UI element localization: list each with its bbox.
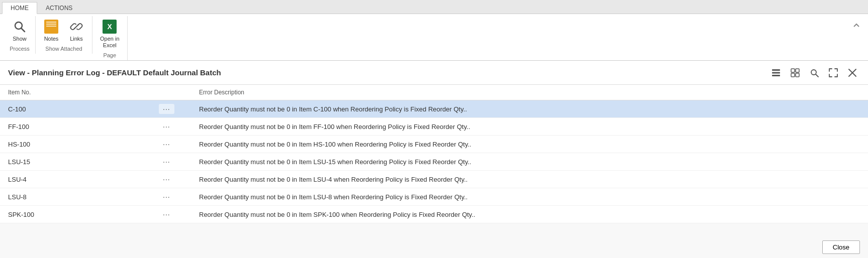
- ribbon-group-show-attached: Notes Links Show Attached: [36, 16, 92, 54]
- notes-icon: [43, 19, 59, 35]
- show-icon-svg: [13, 20, 27, 34]
- cell-dots[interactable]: ···: [151, 136, 191, 153]
- links-icon-svg: [69, 20, 83, 34]
- cell-item-no: SPK-100: [0, 206, 151, 223]
- svg-rect-5: [772, 75, 780, 76]
- table-header: Item No. Error Description: [0, 85, 868, 100]
- row-menu-dots[interactable]: ···: [159, 121, 174, 132]
- title-bar: View - Planning Error Log - DEFAULT Defa…: [0, 61, 868, 85]
- table-row[interactable]: FF-100···Reorder Quantity must not be 0 …: [0, 118, 868, 136]
- row-menu-dots[interactable]: ···: [159, 209, 174, 219]
- cell-item-no: LSU-15: [0, 153, 151, 171]
- ribbon-buttons-page: X Open in Excel: [97, 16, 123, 51]
- cell-error-description: Reorder Quantity must not be 0 in Item L…: [191, 153, 868, 171]
- page-title: View - Planning Error Log - DEFAULT Defa…: [8, 68, 221, 77]
- table-body: C-100···Reorder Quantity must not be 0 i…: [0, 100, 868, 223]
- cell-item-no: LSU-8: [0, 188, 151, 206]
- cell-item-no: FF-100: [0, 118, 151, 136]
- cell-dots[interactable]: ···: [151, 118, 191, 136]
- row-menu-dots[interactable]: ···: [159, 192, 174, 202]
- table-header-row: Item No. Error Description: [0, 85, 868, 100]
- cell-error-description: Reorder Quantity must not be 0 in Item L…: [191, 171, 868, 188]
- svg-line-11: [816, 74, 818, 77]
- ribbon-buttons-show-attached: Notes Links: [40, 16, 88, 45]
- search-icon: [810, 68, 819, 77]
- ribbon-group-process: Show Process: [4, 16, 36, 54]
- chevron-up-icon: [853, 22, 860, 29]
- data-table: Item No. Error Description C-100···Reord…: [0, 85, 868, 223]
- open-in-excel-button[interactable]: X Open in Excel: [97, 16, 123, 51]
- list-view-button[interactable]: [768, 65, 784, 80]
- expand-icon: [829, 68, 838, 77]
- svg-rect-9: [796, 73, 799, 77]
- process-group-label: Process: [10, 46, 30, 54]
- svg-rect-7: [796, 69, 799, 72]
- expand-button[interactable]: [826, 65, 841, 80]
- show-button[interactable]: Show: [8, 16, 31, 45]
- svg-rect-8: [791, 73, 795, 77]
- cell-dots[interactable]: ···: [151, 206, 191, 223]
- tab-home[interactable]: HOME: [2, 2, 37, 14]
- show-attached-group-label: Show Attached: [45, 46, 82, 54]
- links-label: Links: [70, 36, 83, 42]
- show-label: Show: [13, 36, 27, 42]
- row-menu-dots[interactable]: ···: [159, 104, 174, 114]
- notes-label: Notes: [44, 36, 59, 42]
- table-row[interactable]: LSU-8···Reorder Quantity must not be 0 i…: [0, 188, 868, 206]
- col-header-error-desc: Error Description: [191, 85, 868, 100]
- cell-item-no: HS-100: [0, 136, 151, 153]
- ribbon: Show Process Notes: [0, 14, 868, 61]
- svg-rect-3: [772, 69, 780, 71]
- notes-button[interactable]: Notes: [40, 16, 63, 45]
- table-area: Item No. Error Description C-100···Reord…: [0, 85, 868, 223]
- cell-item-no: C-100: [0, 100, 151, 118]
- svg-line-2: [74, 25, 78, 29]
- cell-error-description: Reorder Quantity must not be 0 in Item H…: [191, 136, 868, 153]
- links-icon: [68, 19, 84, 35]
- list-view-icon: [771, 68, 781, 77]
- page-content: View - Planning Error Log - DEFAULT Defa…: [0, 61, 868, 258]
- links-button[interactable]: Links: [65, 16, 88, 45]
- col-header-item-no: Item No.: [0, 85, 151, 100]
- cell-item-no: LSU-4: [0, 171, 151, 188]
- show-icon: [12, 19, 28, 35]
- search-button[interactable]: [807, 65, 822, 80]
- page-group-label: Page: [103, 52, 116, 60]
- cell-error-description: Reorder Quantity must not be 0 in Item S…: [191, 206, 868, 223]
- col-header-dots: [151, 85, 191, 100]
- grid-view-button[interactable]: [788, 65, 803, 80]
- open-in-excel-label: Open in Excel: [100, 36, 120, 49]
- svg-line-1: [21, 28, 25, 32]
- cell-dots[interactable]: ···: [151, 188, 191, 206]
- title-actions: [768, 65, 860, 80]
- row-menu-dots[interactable]: ···: [159, 139, 174, 149]
- table-row[interactable]: LSU-4···Reorder Quantity must not be 0 i…: [0, 171, 868, 188]
- cell-dots[interactable]: ···: [151, 171, 191, 188]
- close-page-button[interactable]: [845, 65, 860, 80]
- svg-rect-4: [772, 72, 780, 73]
- close-icon: [848, 68, 857, 77]
- table-row[interactable]: LSU-15···Reorder Quantity must not be 0 …: [0, 153, 868, 171]
- cell-dots[interactable]: ···: [151, 153, 191, 171]
- bottom-bar: Close: [814, 236, 868, 258]
- table-row[interactable]: HS-100···Reorder Quantity must not be 0 …: [0, 136, 868, 153]
- svg-rect-6: [791, 69, 795, 72]
- grid-view-icon: [791, 68, 800, 77]
- row-menu-dots[interactable]: ···: [159, 174, 174, 184]
- table-row[interactable]: SPK-100···Reorder Quantity must not be 0…: [0, 206, 868, 223]
- cell-dots[interactable]: ···: [151, 100, 191, 118]
- tab-actions[interactable]: ACTIONS: [37, 2, 81, 14]
- row-menu-dots[interactable]: ···: [159, 157, 174, 167]
- cell-error-description: Reorder Quantity must not be 0 in Item L…: [191, 188, 868, 206]
- ribbon-buttons-process: Show: [8, 16, 31, 45]
- ribbon-collapse-button[interactable]: [849, 18, 864, 33]
- close-button[interactable]: Close: [822, 240, 860, 254]
- open-in-excel-icon: X: [102, 19, 118, 35]
- tab-bar: HOME ACTIONS: [0, 0, 868, 14]
- cell-error-description: Reorder Quantity must not be 0 in Item C…: [191, 100, 868, 118]
- cell-error-description: Reorder Quantity must not be 0 in Item F…: [191, 118, 868, 136]
- ribbon-group-page: X Open in Excel Page: [92, 16, 128, 60]
- table-row[interactable]: C-100···Reorder Quantity must not be 0 i…: [0, 100, 868, 118]
